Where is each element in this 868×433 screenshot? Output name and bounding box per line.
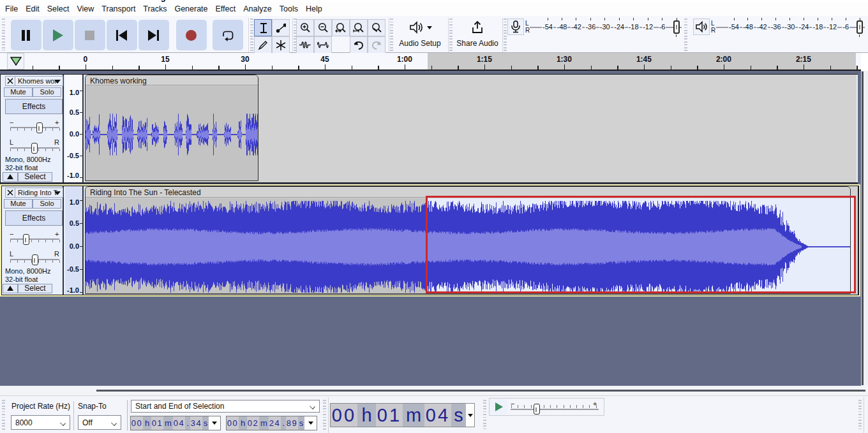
pan-slider-thumb[interactable] — [32, 254, 38, 265]
play-at-speed-button[interactable] — [490, 399, 507, 415]
horizontal-scrollbar-thumb[interactable] — [96, 390, 865, 392]
playback-meter-volume-slider[interactable] — [857, 20, 863, 34]
zoom-out-button[interactable] — [314, 19, 332, 36]
toolbar-grip[interactable] — [323, 400, 326, 430]
track-name-dropdown[interactable]: Riding Into T — [15, 187, 63, 198]
menu-help[interactable]: Help — [302, 3, 326, 15]
menu-tools[interactable]: Tools — [276, 3, 302, 15]
track-name-dropdown[interactable]: Khomes wor — [15, 76, 63, 86]
recording-meter-scale-label: -6 — [659, 23, 666, 31]
collapse-track-button[interactable] — [3, 172, 18, 182]
audio-position-display[interactable]: 00h01m04s — [330, 403, 475, 427]
close-track-button[interactable] — [5, 187, 15, 198]
time-dropdown-arrow[interactable] — [209, 416, 220, 430]
vertical-scrollbar[interactable] — [861, 71, 868, 386]
project-rate-combo[interactable]: 8000 — [11, 415, 70, 430]
effects-button[interactable]: Effects — [5, 99, 63, 114]
play-speed-icon — [494, 402, 504, 412]
play-button[interactable] — [43, 20, 73, 50]
select-track-button[interactable]: Select — [18, 284, 52, 293]
zoom-in-button[interactable] — [296, 19, 314, 36]
menu-analyze[interactable]: Analyze — [239, 3, 275, 15]
horizontal-scrollbar[interactable] — [0, 386, 868, 395]
track-canvas[interactable]: Khomes worMuteSoloEffects−+LRMono, 8000H… — [0, 71, 861, 386]
menu-generate[interactable]: Generate — [170, 3, 211, 15]
record-button[interactable] — [176, 20, 207, 50]
speed-slider-thumb[interactable] — [534, 404, 540, 415]
menu-edit[interactable]: Edit — [22, 3, 43, 15]
select-track-button[interactable]: Select — [18, 172, 52, 182]
mute-button[interactable]: Mute — [4, 199, 33, 209]
skip-to-end-button[interactable] — [138, 20, 169, 50]
selection-tool-button[interactable] — [254, 19, 272, 36]
effects-button[interactable]: Effects — [5, 210, 63, 226]
audio-setup-button[interactable]: Audio Setup — [394, 18, 445, 52]
time-dropdown-arrow[interactable] — [466, 404, 474, 427]
clip-header[interactable]: Khomes working — [86, 75, 258, 85]
draw-tool-button[interactable] — [254, 36, 272, 54]
toolbar-grip[interactable] — [483, 400, 486, 429]
gain-slider-thumb[interactable] — [36, 122, 43, 133]
amplitude-label: -1.0 — [67, 172, 79, 179]
zoom-toggle-button[interactable] — [368, 19, 385, 36]
trim-outside-selection-button[interactable] — [296, 36, 314, 54]
track-wave-area[interactable]: Khomes working — [85, 75, 857, 182]
menu-tracks[interactable]: Tracks — [139, 3, 170, 15]
track-vertical-ruler[interactable]: 1.00.50.0-0.5-1.0 — [65, 75, 84, 182]
loop-button[interactable] — [213, 20, 243, 50]
fit-project-button[interactable] — [350, 19, 368, 36]
timeline-tick — [431, 66, 433, 70]
menu-select[interactable]: Select — [43, 3, 73, 15]
timeline-tick — [830, 66, 832, 70]
share-audio-button[interactable]: Share Audio — [453, 18, 502, 52]
playback-meter-device-button[interactable] — [693, 18, 710, 35]
pan-slider-thumb[interactable] — [31, 143, 38, 154]
toolbar-grip[interactable] — [2, 400, 5, 430]
fit-selection-button[interactable] — [332, 19, 350, 36]
undo-button[interactable] — [350, 36, 368, 54]
multi-tool-button[interactable] — [272, 36, 290, 54]
silence-selection-button[interactable] — [314, 36, 332, 54]
toolbar-grip[interactable] — [858, 400, 862, 429]
amplitude-tick — [80, 223, 82, 224]
mute-button[interactable]: Mute — [4, 87, 33, 97]
microphone-icon — [509, 20, 522, 33]
solo-button[interactable]: Solo — [33, 199, 61, 209]
solo-button[interactable]: Solo — [33, 87, 61, 97]
amplitude-label: 0.5 — [70, 219, 79, 227]
time-dropdown-arrow[interactable] — [304, 416, 317, 430]
pause-button[interactable] — [11, 20, 41, 50]
collapse-track-button[interactable] — [3, 284, 18, 293]
skip-to-start-button[interactable] — [107, 20, 137, 50]
menu-view[interactable]: View — [73, 3, 98, 15]
vertical-scrollbar-thumb[interactable] — [862, 71, 864, 385]
gain-slider-thumb[interactable] — [23, 234, 29, 245]
toolbar-grip[interactable] — [684, 18, 687, 52]
timeline-label: 1:45 — [636, 55, 652, 64]
toolbar-grip[interactable] — [250, 18, 253, 52]
menu-transport[interactable]: Transport — [98, 3, 139, 15]
close-track-button[interactable] — [5, 76, 15, 86]
selection-end-field[interactable]: 00h02m24.89s — [226, 416, 317, 430]
selection-start-field[interactable]: 00h01m04.34s — [130, 416, 221, 430]
toolbar-grip[interactable] — [2, 18, 5, 50]
recording-meter-volume-slider[interactable] — [673, 20, 680, 34]
stop-button[interactable] — [75, 20, 105, 50]
playback-meter-scale-label: -30 — [784, 23, 796, 31]
waveform — [86, 86, 258, 181]
toolbar-grip[interactable] — [504, 18, 507, 52]
envelope-tool-button[interactable] — [272, 19, 290, 36]
pin-playhead-button[interactable] — [7, 53, 24, 70]
redo-button[interactable] — [368, 36, 385, 54]
timeline-ruler[interactable]: 01530451:001:151:301:452:002:15 — [0, 53, 861, 71]
selection-mode-combo[interactable]: Start and End of Selection — [131, 400, 320, 413]
menu-effect[interactable]: Effect — [212, 3, 240, 15]
snap-to-combo[interactable]: Off — [78, 415, 121, 430]
toolbar-grip[interactable] — [390, 18, 393, 52]
pan-slider-tick — [10, 260, 11, 263]
track-vertical-ruler[interactable]: 1.00.50.0-0.5-1.0 — [65, 186, 84, 295]
menu-file[interactable]: File — [1, 3, 22, 15]
speed-slider-track[interactable] — [511, 409, 599, 410]
recording-meter-device-button[interactable] — [507, 18, 524, 35]
audio-clip[interactable]: Khomes working — [85, 75, 258, 181]
